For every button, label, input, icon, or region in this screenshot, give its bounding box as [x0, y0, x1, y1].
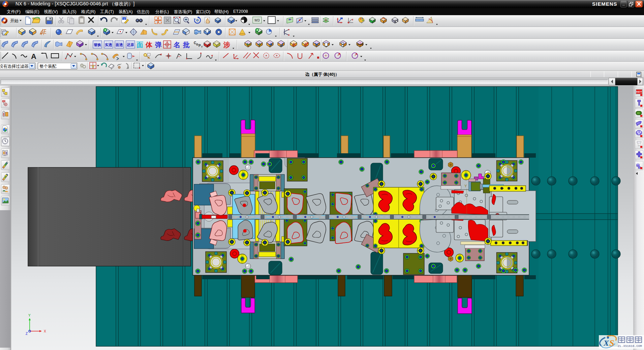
svg-text:开始: 开始 — [10, 19, 19, 23]
svg-text:面: 面 — [136, 41, 143, 49]
svg-text:M3: M3 — [254, 18, 259, 22]
svg-text:名: 名 — [173, 41, 180, 49]
svg-text:Y: Y — [28, 314, 31, 317]
svg-text:弹: 弹 — [155, 41, 162, 49]
svg-text:x: x — [360, 42, 361, 44]
svg-text:o: o — [196, 42, 198, 46]
svg-text:实透: 实透 — [105, 43, 112, 47]
svg-text:Y: Y — [201, 45, 203, 49]
svg-text:批: 批 — [183, 41, 190, 49]
svg-text:面透: 面透 — [115, 43, 123, 47]
svg-text:X: X — [603, 339, 609, 347]
svg-text:S: S — [609, 338, 614, 348]
svg-text:还原: 还原 — [127, 43, 134, 47]
svg-text:ZL.XS1616.COM: ZL.XS1616.COM — [618, 344, 642, 348]
svg-text:P: P — [198, 44, 201, 47]
svg-text:i: i — [124, 18, 124, 21]
svg-text:涉: 涉 — [223, 41, 230, 49]
svg-text:体: 体 — [145, 41, 153, 49]
svg-text:A: A — [31, 52, 36, 61]
svg-text:Y: Y — [464, 184, 467, 188]
svg-text:替换: 替换 — [93, 43, 101, 47]
svg-text:KEY: KEY — [636, 90, 642, 93]
svg-text:Z: Z — [26, 332, 28, 336]
svg-text:X: X — [44, 329, 46, 333]
